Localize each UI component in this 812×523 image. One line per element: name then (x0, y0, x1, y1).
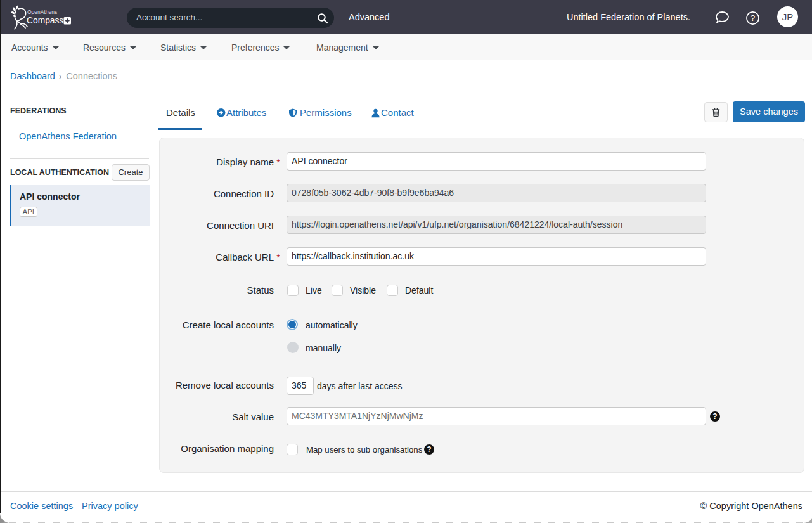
svg-text:?: ? (751, 13, 756, 23)
svg-text:OpenAthens: OpenAthens (27, 9, 57, 15)
svg-text:Compass: Compass (27, 16, 63, 25)
